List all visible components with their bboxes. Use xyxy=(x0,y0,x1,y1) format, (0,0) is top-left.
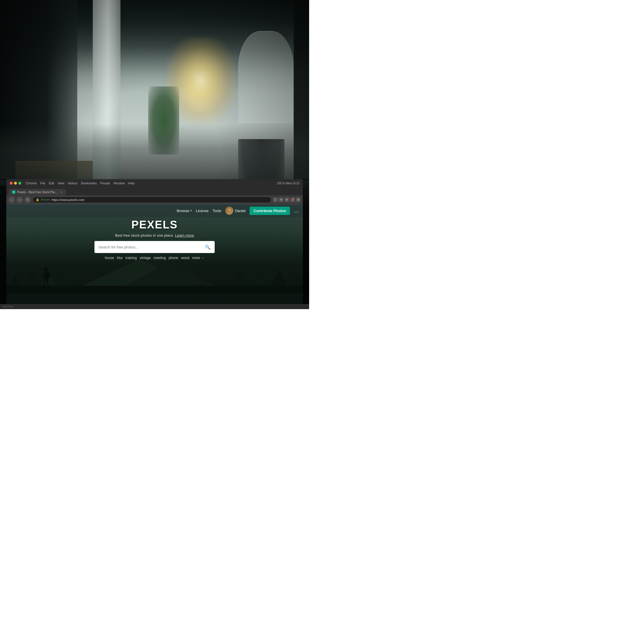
refresh-button[interactable]: ↻ xyxy=(25,197,31,203)
search-bar[interactable]: 🔍 xyxy=(94,241,215,253)
menu-bookmarks[interactable]: Bookmarks xyxy=(81,181,97,185)
tab-title: Pexels – Best Free Stock Photos xyxy=(17,191,59,194)
minimize-window-button[interactable] xyxy=(14,182,17,185)
suggestion-training[interactable]: training xyxy=(126,256,137,260)
browser-toolbar: ← → ↻ 🔒 Secure https://www.pexels.com ☆ … xyxy=(6,195,303,204)
secure-label: Secure xyxy=(41,198,50,201)
close-window-button[interactable] xyxy=(10,182,13,185)
system-icons: 100 % Wed 16:15 xyxy=(277,182,299,185)
tab-favicon: P xyxy=(12,190,15,194)
nav-browse-link[interactable]: Browse ▾ xyxy=(177,209,192,213)
extension-icon-1[interactable]: ♥ xyxy=(279,197,283,202)
search-input[interactable] xyxy=(98,245,203,249)
extension-icon-4[interactable]: ⚙ xyxy=(296,197,301,202)
suggestion-meeting[interactable]: meeting xyxy=(154,256,166,260)
learn-more-link[interactable]: Learn more xyxy=(175,233,194,238)
person-silhouette xyxy=(36,265,57,294)
user-avatar xyxy=(225,207,233,215)
menu-chrome[interactable]: Chrome xyxy=(26,181,37,185)
maximize-window-button[interactable] xyxy=(18,182,21,185)
suggestion-more-link[interactable]: more → xyxy=(192,256,204,260)
tab-row: P Pexels – Best Free Stock Photos × xyxy=(6,187,303,195)
status-bar: Searches xyxy=(0,304,309,309)
svg-line-16 xyxy=(44,281,45,289)
menu-people[interactable]: People xyxy=(100,181,110,185)
nav-tools-link[interactable]: Tools xyxy=(213,209,221,213)
user-name: Daniel xyxy=(235,209,246,213)
back-button[interactable]: ← xyxy=(9,197,15,203)
forward-button[interactable]: → xyxy=(17,197,23,203)
system-status-text: 100 % Wed 16:15 xyxy=(277,182,299,185)
search-suggestions: house blur training vintage meeting phon… xyxy=(105,256,204,260)
pexels-website: Browse ▾ License Tools Daniel xyxy=(6,204,303,309)
menu-file[interactable]: File xyxy=(40,181,46,185)
menu-view[interactable]: View xyxy=(58,181,64,185)
menu-help[interactable]: Help xyxy=(128,181,135,185)
svg-point-18 xyxy=(228,208,231,211)
suggestion-phone[interactable]: phone xyxy=(169,256,178,260)
menu-history[interactable]: History xyxy=(68,181,78,185)
extension-icon-2[interactable]: P xyxy=(285,197,289,202)
floor-transition xyxy=(0,124,309,185)
browse-chevron-icon: ▾ xyxy=(190,209,192,212)
more-options-button[interactable]: ... xyxy=(294,208,298,214)
window-right xyxy=(238,31,294,124)
secure-icon: 🔒 xyxy=(36,198,39,201)
bookmark-bar: ☆ ♥ P 📌 ⚙ xyxy=(273,197,301,202)
suggestion-vintage[interactable]: vintage xyxy=(140,256,151,260)
traffic-lights xyxy=(10,182,21,185)
browser-menu: Chrome File Edit View History Bookmarks … xyxy=(26,181,135,185)
address-bar[interactable]: 🔒 Secure https://www.pexels.com xyxy=(33,197,272,203)
tab-close-button[interactable]: × xyxy=(60,190,62,194)
menu-edit[interactable]: Edit xyxy=(49,181,54,185)
active-tab[interactable]: P Pexels – Best Free Stock Photos × xyxy=(9,189,66,195)
nav-license-link[interactable]: License xyxy=(196,209,209,213)
url-text: https://www.pexels.com xyxy=(52,198,84,202)
suggestion-house[interactable]: house xyxy=(105,256,114,260)
contribute-photos-button[interactable]: Contribute Photos xyxy=(250,207,290,215)
svg-line-14 xyxy=(42,274,44,278)
browser-window: Chrome File Edit View History Bookmarks … xyxy=(6,179,303,309)
status-text: Searches xyxy=(2,305,13,308)
svg-point-11 xyxy=(44,267,48,272)
svg-line-17 xyxy=(47,281,49,289)
pexels-navbar: Browse ▾ License Tools Daniel xyxy=(6,204,303,217)
extension-icon-3[interactable]: 📌 xyxy=(290,197,295,202)
pexels-tagline: Best free stock photos in one place. Lea… xyxy=(115,233,194,238)
search-button[interactable]: 🔍 xyxy=(205,244,211,250)
pexels-logo-title: PEXELS xyxy=(131,219,178,231)
nav-right: Browse ▾ License Tools Daniel xyxy=(177,207,299,215)
browser-titlebar: Chrome File Edit View History Bookmarks … xyxy=(6,179,303,187)
nav-user-menu[interactable]: Daniel xyxy=(225,207,246,215)
monitor-screen: Chrome File Edit View History Bookmarks … xyxy=(6,179,303,309)
menu-window[interactable]: Window xyxy=(114,181,125,185)
suggestion-wood[interactable]: wood xyxy=(181,256,189,260)
svg-point-19 xyxy=(226,212,232,215)
star-icon[interactable]: ☆ xyxy=(273,197,278,202)
hero-content: PEXELS Best free stock photos in one pla… xyxy=(6,219,303,260)
suggestion-blur[interactable]: blur xyxy=(117,256,123,260)
